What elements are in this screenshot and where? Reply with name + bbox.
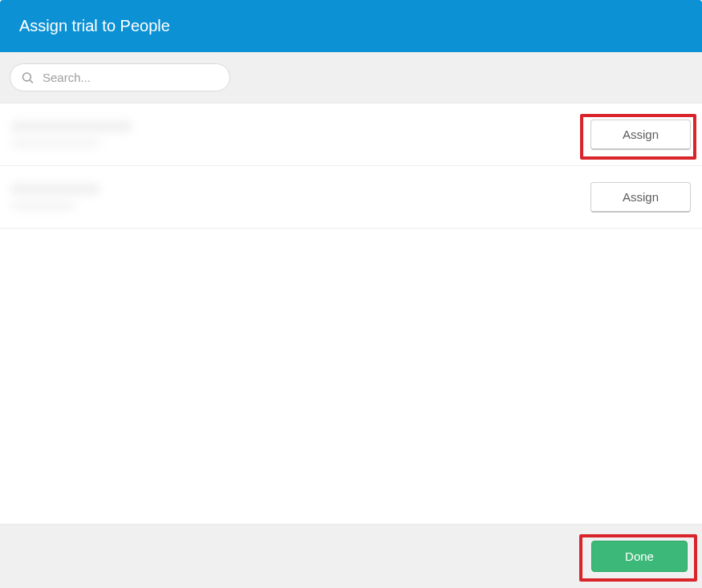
done-button[interactable]: Done: [591, 541, 688, 572]
search-bar: [0, 52, 702, 103]
assign-button[interactable]: Assign: [590, 182, 691, 213]
assign-button[interactable]: Assign: [590, 120, 691, 150]
list-item: Assign: [0, 166, 702, 229]
dialog-title: Assign trial to People: [19, 17, 170, 34]
search-container: [10, 63, 230, 91]
dialog-header: Assign trial to People: [0, 0, 702, 52]
people-list: Assign Assign: [0, 103, 702, 229]
search-icon: [21, 71, 34, 84]
svg-point-0: [22, 72, 30, 80]
search-input[interactable]: [10, 63, 230, 91]
dialog-footer: Done: [0, 524, 702, 588]
person-info-redacted: [11, 121, 132, 148]
person-info-redacted: [11, 184, 99, 210]
list-item: Assign: [0, 103, 702, 166]
svg-line-1: [30, 79, 33, 83]
